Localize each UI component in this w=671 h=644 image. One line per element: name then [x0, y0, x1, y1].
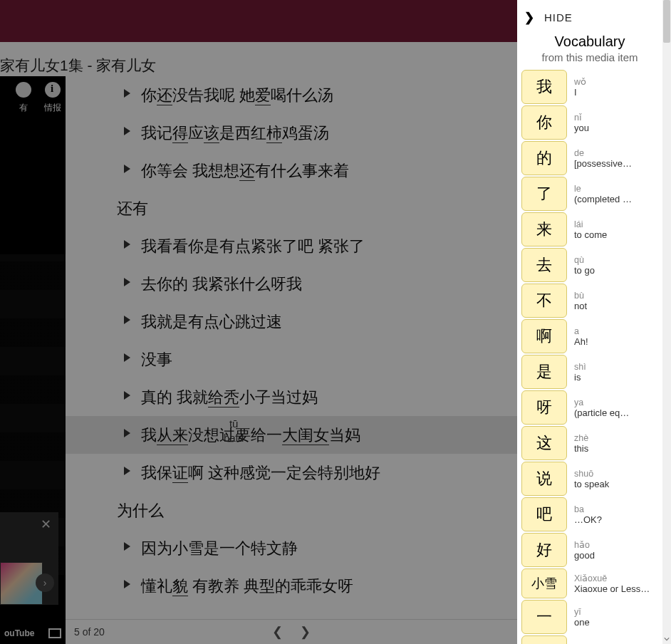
- word-segment[interactable]: 懂礼: [141, 577, 172, 595]
- vocab-pinyin: nǐ: [574, 112, 658, 123]
- vocab-chip[interactable]: 啊: [521, 319, 567, 353]
- fullscreen-button[interactable]: [48, 628, 61, 638]
- transcript-line[interactable]: 真的 我就给秃小子当过妈: [66, 378, 517, 416]
- word-segment[interactable]: 证: [172, 464, 188, 483]
- word-segment[interactable]: 真的 我就: [141, 388, 208, 406]
- word-segment[interactable]: 该: [204, 124, 219, 143]
- vocab-chip[interactable]: 去: [521, 248, 567, 282]
- word-segment[interactable]: 当妈: [329, 426, 360, 444]
- transcript-line[interactable]: 没事: [66, 341, 517, 378]
- hide-sidebar-button[interactable]: ❯ HIDE: [517, 0, 662, 32]
- word-segment[interactable]: 爱: [255, 86, 271, 105]
- info-button[interactable]: 情报: [44, 82, 61, 114]
- play-line-icon[interactable]: [124, 165, 130, 173]
- play-line-icon[interactable]: [124, 391, 130, 400]
- word-segment[interactable]: 没事: [141, 350, 172, 368]
- play-line-icon[interactable]: [124, 429, 130, 437]
- vocab-chip[interactable]: 了: [521, 177, 567, 211]
- word-segment[interactable]: 给: [208, 388, 224, 407]
- vocab-definition: I: [574, 87, 658, 98]
- word-segment[interactable]: 去你的 我紧张什么呀我: [141, 275, 302, 293]
- vocab-chip[interactable]: 不: [521, 284, 567, 318]
- transcript-line[interactable]: 因为小雪是一个特文静: [66, 529, 517, 567]
- transcript-line[interactable]: 去你的 我紧张什么呀我: [66, 265, 517, 303]
- word-segment[interactable]: 我看看你是有点紧张了吧 紧张了: [141, 237, 365, 255]
- vocab-chip[interactable]: 说: [521, 462, 567, 496]
- word-segment[interactable]: 还: [239, 162, 255, 181]
- play-line-icon[interactable]: [124, 240, 130, 249]
- youtube-logo[interactable]: ouTube: [4, 628, 34, 638]
- word-segment[interactable]: 有什么事来着: [255, 162, 349, 180]
- word-segment[interactable]: 是西红: [219, 124, 266, 142]
- scrollbar[interactable]: [662, 0, 671, 644]
- vocab-chip[interactable]: 这: [521, 426, 567, 460]
- word-segment[interactable]: 我保: [141, 464, 172, 482]
- next-page-button[interactable]: ❯: [300, 624, 311, 640]
- scroll-down-button[interactable]: [662, 634, 671, 644]
- vocab-chip[interactable]: 小雪: [521, 568, 567, 598]
- vocab-chip[interactable]: 呀: [521, 390, 567, 425]
- close-icon[interactable]: ✕: [41, 516, 51, 532]
- prev-page-button[interactable]: ❮: [272, 624, 283, 640]
- vocab-chip[interactable]: 好: [521, 533, 567, 567]
- word-segment[interactable]: 因为小雪是一个特文静: [141, 539, 298, 557]
- word-segment[interactable]: 秃: [224, 388, 239, 407]
- word-segment[interactable]: 小子当过妈: [239, 388, 318, 406]
- play-line-icon[interactable]: [124, 353, 130, 362]
- transcript-text: 懂礼貌 有教养 典型的乖乖女呀: [141, 577, 353, 595]
- play-line-icon[interactable]: [124, 580, 130, 588]
- play-line-icon[interactable]: [124, 89, 130, 98]
- word-segment[interactable]: 喝什么汤: [271, 86, 333, 104]
- vocab-chip[interactable]: 你: [521, 105, 567, 140]
- vocab-chip[interactable]: 吧: [521, 497, 567, 531]
- play-line-icon[interactable]: [124, 127, 130, 135]
- word-segment[interactable]: 有教养 典型的乖乖女呀: [188, 577, 353, 595]
- share-button[interactable]: 有: [16, 82, 31, 114]
- transcript-text: 因为小雪是一个特文静: [141, 539, 298, 557]
- play-line-icon[interactable]: [124, 278, 130, 286]
- word-segment[interactable]: 柿: [266, 124, 282, 143]
- vocab-pinyin: ya: [574, 398, 658, 407]
- next-arrow-button[interactable]: ›: [36, 573, 54, 592]
- vocab-row: 就jiùat once: [517, 635, 662, 644]
- video-player: 有 情报 ✕ › ouTube: [0, 76, 66, 644]
- word-segment[interactable]: 你: [141, 86, 157, 104]
- word-segment[interactable]: 应: [188, 124, 204, 142]
- vocab-chip[interactable]: 来: [521, 212, 567, 246]
- vocab-chip[interactable]: 是: [521, 355, 567, 389]
- vocab-chip[interactable]: 我: [521, 70, 567, 104]
- word-segment[interactable]: 没告我呢 她: [172, 86, 255, 104]
- word-segment[interactable]: 得: [172, 124, 188, 143]
- play-line-icon[interactable]: [124, 467, 130, 475]
- transcript-line[interactable]: 你等会 我想想还有什么事来着: [66, 152, 517, 189]
- transcript-line[interactable]: 我保证啊 这种感觉一定会特别地好: [66, 454, 517, 492]
- vocab-row: 去qùto go: [517, 247, 662, 283]
- word-segment[interactable]: 从来: [157, 426, 188, 445]
- vocab-row: 小雪XiǎoxuěXiaoxue or Less…: [517, 568, 662, 599]
- transcript-line[interactable]: 我看看你是有点紧张了吧 紧张了: [66, 227, 517, 265]
- vocab-chip[interactable]: 就: [521, 635, 567, 644]
- vocab-chip[interactable]: 一: [521, 600, 567, 634]
- vocab-row: 我wǒI: [517, 69, 662, 105]
- transcript-line[interactable]: 懂礼貌 有教养 典型的乖乖女呀: [66, 567, 517, 605]
- word-segment[interactable]: 我: [141, 426, 157, 444]
- word-segment[interactable]: 大闺女: [282, 426, 329, 445]
- scrollbar-thumb[interactable]: [663, 0, 670, 43]
- transcript-line[interactable]: 我记得应该是西红柿鸡蛋汤: [66, 114, 517, 152]
- word-segment[interactable]: 我记: [141, 124, 172, 142]
- word-segment[interactable]: 我就是有点心跳过速: [141, 313, 282, 331]
- play-line-icon[interactable]: [124, 542, 130, 551]
- vocab-pinyin: qù: [574, 255, 658, 265]
- word-segment[interactable]: 啊 这种感觉一定会特别地好: [188, 464, 380, 482]
- transcript-line[interactable]: 我就是有点心跳过速: [66, 303, 517, 341]
- play-line-icon[interactable]: [124, 316, 130, 324]
- word-segment[interactable]: 你等会 我想想: [141, 162, 239, 180]
- word-segment[interactable]: 还: [157, 86, 172, 105]
- word-segment[interactable]: 鸡蛋汤: [282, 124, 329, 142]
- vocab-pinyin: lái: [574, 219, 658, 229]
- word-segment[interactable]: 貌: [172, 577, 188, 596]
- info-label: 情报: [44, 103, 61, 113]
- vocab-chip[interactable]: 的: [521, 141, 567, 175]
- transcript-line[interactable]: 你还没告我呢 她爱喝什么汤: [66, 76, 517, 114]
- transcript-line[interactable]: 我从来没想过要给一大闺女当妈: [66, 416, 517, 454]
